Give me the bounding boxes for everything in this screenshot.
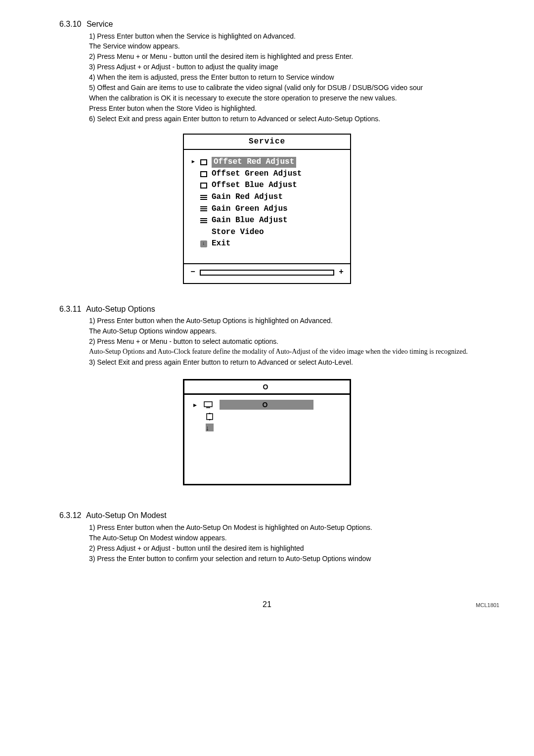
text: window	[346, 555, 371, 563]
text: button to return to	[199, 358, 258, 366]
text: button to return to	[199, 115, 258, 123]
osd-item-gain-red[interactable]: Gain Red Adjust	[191, 192, 342, 203]
osd-item-label: Offset Red Adjust	[212, 157, 296, 168]
square-icon	[200, 182, 208, 189]
osd-item-label: Store Video	[212, 227, 264, 238]
text: is highlighted on	[246, 317, 300, 325]
section-title: Auto-Setup On Modest	[86, 511, 167, 520]
osd-item-label: Gain Blue Adjust	[212, 215, 288, 226]
section-number: 6.3.11	[59, 305, 81, 313]
steps-service: 1) Press Enter button when the Service i…	[89, 32, 504, 124]
bars-icon	[200, 205, 208, 212]
osd-title: Service	[184, 135, 350, 150]
text: Enter	[183, 115, 199, 123]
text: Auto-Setup On Modest	[102, 534, 173, 542]
osd-item-offset-green[interactable]: Offset Green Adjust	[191, 169, 342, 180]
text: or select	[288, 358, 318, 366]
section-heading-autosetup-modest: 6.3.12 Auto-Setup On Modest	[59, 510, 504, 521]
text: Enter	[211, 73, 227, 81]
plus-label: +	[337, 267, 345, 278]
osd-slider[interactable]: − +	[184, 263, 350, 283]
section-heading-autosetup-options: 6.3.11 Auto-Setup Options	[59, 304, 504, 315]
text: window	[309, 73, 334, 81]
text: 2) Press Adjust + or Adjust - button unt…	[89, 544, 504, 553]
text: is highlighted on	[210, 32, 263, 40]
text: The	[89, 42, 103, 50]
text: is highlighted on	[257, 523, 310, 531]
svg-rect-0	[204, 402, 212, 407]
osd-autosetup-window: O ▸ O ↓	[183, 379, 351, 486]
text: button to return to	[227, 73, 286, 81]
text: The	[89, 534, 102, 542]
text: button to confirm your selection and ret…	[145, 555, 286, 563]
osd-service-window: Service ▸ Offset Red Adjust Offset Green…	[183, 134, 351, 284]
text: 3) Press the	[89, 555, 128, 563]
text: Auto-Setup Options	[186, 317, 246, 325]
text: Advanced	[300, 317, 331, 325]
text: window appears.	[163, 327, 217, 335]
text: Exit	[118, 358, 130, 366]
osd-item-row-2[interactable]	[193, 413, 341, 421]
text: Enter	[117, 32, 133, 40]
text: 3) Select	[89, 358, 118, 366]
bars-icon	[200, 194, 208, 201]
text: buton when the	[125, 104, 177, 112]
text: 6) Select	[89, 115, 118, 123]
text: .	[378, 115, 380, 123]
osd-selected-label: O	[220, 400, 313, 410]
osd-item-label: Offset Green Adjust	[212, 169, 302, 180]
text: .	[331, 317, 333, 325]
text: Press	[89, 104, 109, 112]
text: Enter	[183, 358, 199, 366]
text: 1) Press	[89, 523, 117, 531]
text: Advanced	[258, 115, 288, 123]
osd-item-exit[interactable]: ↓ Exit	[191, 238, 342, 249]
text: Enter	[117, 523, 133, 531]
steps-autosetup-options: 1) Press Enter button when the Auto-Setu…	[89, 316, 504, 367]
square-icon	[200, 171, 208, 178]
text: 3) Press Adjust + or Adjust - button to …	[89, 62, 504, 72]
osd-item-store-video[interactable]: Store Video	[191, 227, 342, 238]
section-title: Auto-Setup Options	[86, 305, 155, 313]
text: The	[89, 327, 102, 335]
text: Enter	[109, 104, 125, 112]
osd-item-label: Gain Red Adjust	[212, 192, 283, 203]
text: button when the	[133, 523, 186, 531]
section-number: 6.3.12	[59, 511, 81, 520]
osd-item-label: Exit	[212, 238, 230, 249]
text: 5) Offest and Gain are items to use to c…	[89, 83, 504, 93]
osd-item-row-3[interactable]: ↓	[193, 424, 341, 431]
text: Auto-Setup On Modest	[186, 523, 256, 531]
text: Auto-Setup Options	[102, 327, 163, 335]
text: 2) Press Menu + or Menu - button to sele…	[89, 337, 504, 346]
osd-item-label: Offset Blue Adjust	[212, 180, 297, 191]
text: window appears.	[173, 534, 227, 542]
text: button when the	[133, 32, 186, 40]
pointer-icon: ▸	[191, 157, 196, 168]
monitor-icon	[202, 401, 215, 408]
text: 4) When the item is adjusted, press the	[89, 73, 211, 81]
text: Auto-Setup Options and Auto-Clock featur…	[89, 347, 504, 357]
osd-item-gain-blue[interactable]: Gain Blue Adjust	[191, 215, 342, 226]
minus-label: −	[189, 267, 197, 278]
svg-rect-2	[207, 414, 213, 420]
text: and press again	[130, 358, 182, 366]
square-icon	[200, 159, 208, 166]
text: Auto-Setup Options	[318, 115, 378, 123]
text: Advanced	[258, 358, 288, 366]
slider-track	[200, 270, 334, 276]
text: or select	[288, 115, 318, 123]
text: button when the	[133, 317, 186, 325]
section-heading-service: 6.3.10 Service	[59, 19, 504, 30]
text: When the calibration is OK it is necessa…	[89, 94, 504, 103]
osd-item-offset-red[interactable]: ▸ Offset Red Adjust	[191, 157, 342, 168]
osd-item-gain-green[interactable]: Gain Green Adjus	[191, 204, 342, 215]
text: window appears.	[126, 42, 180, 50]
text: 2) Press Menu + or Menu - button until t…	[89, 52, 504, 61]
exit-icon: ↓	[203, 424, 216, 431]
text: Enter	[117, 317, 133, 325]
text: Store Video	[177, 104, 213, 112]
text: Auto-Setup Options	[286, 555, 346, 563]
osd-item-offset-blue[interactable]: Offset Blue Adjust	[191, 180, 342, 191]
osd-item-row-1[interactable]: ▸ O	[193, 400, 341, 410]
